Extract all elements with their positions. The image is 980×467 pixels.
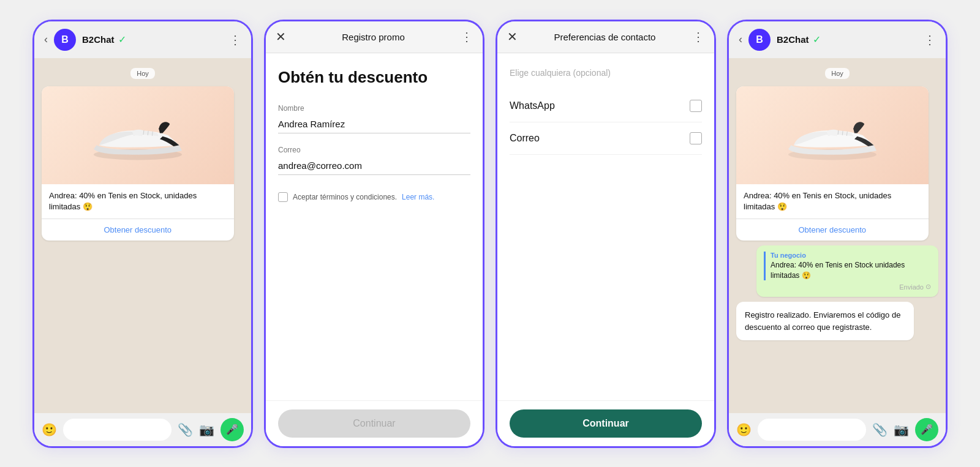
phone-1: ‹ B B2Chat ✓ ⋮ Hoy <box>32 20 253 448</box>
camera-icon[interactable]: 📷 <box>894 422 909 437</box>
name-label: Nombre <box>278 104 470 113</box>
more-icon[interactable]: ⋮ <box>692 29 704 44</box>
header-title: B2Chat <box>82 34 115 45</box>
form-header-title: Registro promo <box>342 32 405 42</box>
message-card: Andrea: 40% en Tenis en Stock, unidades … <box>736 86 929 241</box>
email-input[interactable] <box>278 157 470 175</box>
phones-container: ‹ B B2Chat ✓ ⋮ Hoy <box>32 20 948 448</box>
mic-icon: 🎤 <box>226 424 238 435</box>
message-button[interactable]: Obtener descuento <box>42 219 234 241</box>
chat-input-bar: 🙂 📎 📷 🎤 <box>34 413 251 446</box>
date-badge: Hoy <box>825 68 850 79</box>
date-badge: Hoy <box>130 68 155 79</box>
verified-icon: ✓ <box>118 34 126 45</box>
input-field[interactable] <box>63 419 172 441</box>
continue-button[interactable]: Continuar <box>278 409 470 438</box>
close-icon[interactable]: ✕ <box>507 29 518 44</box>
terms-checkbox[interactable] <box>278 192 288 202</box>
name-input[interactable] <box>278 115 470 133</box>
phone-3: ✕ Preferencias de contacto ⋮ Elige cualq… <box>496 20 716 448</box>
form-header: ✕ Registro promo ⋮ <box>266 21 483 53</box>
message-card: Andrea: 40% en Tenis en Stock, unidades … <box>42 86 234 241</box>
phone-2: ✕ Registro promo ⋮ Obtén tu descuento No… <box>264 20 484 448</box>
terms-row: Aceptar términos y condiciones. Leer más… <box>278 192 470 202</box>
pref-checkbox-correo[interactable] <box>690 132 702 144</box>
bubble-text: Andrea: 40% en Tenis en Stock unidades l… <box>771 260 931 281</box>
sent-label: Enviado ⊙ <box>764 283 931 291</box>
chat-body-4: Hoy <box>729 58 946 413</box>
reply-bubble: Registro realizado. Enviaremos el código… <box>736 302 914 340</box>
header-info: B2Chat ✓ <box>777 34 918 45</box>
pref-checkbox-whatsapp[interactable] <box>690 100 702 112</box>
message-button[interactable]: Obtener descuento <box>736 219 929 241</box>
camera-icon[interactable]: 📷 <box>199 422 214 437</box>
prefs-header: ✕ Preferencias de contacto ⋮ <box>497 21 714 53</box>
form-main-title: Obtén tu descuento <box>278 68 470 87</box>
mic-icon: 🎤 <box>921 424 933 435</box>
chat-header-4: ‹ B B2Chat ✓ ⋮ <box>729 21 946 58</box>
attach-icon[interactable]: 📎 <box>872 422 888 437</box>
message-text: Andrea: 40% en Tenis en Stock, unidades … <box>736 184 929 219</box>
mic-button[interactable]: 🎤 <box>221 418 244 441</box>
pref-row-correo: Correo <box>510 122 702 155</box>
prefs-title: Preferencias de contacto <box>554 32 656 42</box>
email-label: Correo <box>278 146 470 154</box>
input-field[interactable] <box>758 419 866 441</box>
chat-header-1: ‹ B B2Chat ✓ ⋮ <box>34 21 251 58</box>
back-icon[interactable]: ‹ <box>44 33 48 46</box>
chat-input-bar: 🙂 📎 📷 🎤 <box>729 413 946 446</box>
emoji-icon[interactable]: 🙂 <box>736 422 752 437</box>
terms-text: Aceptar términos y condiciones. <box>293 193 397 201</box>
continue-button[interactable]: Continuar <box>510 409 702 438</box>
pref-row-whatsapp: WhatsApp <box>510 90 702 122</box>
sneaker-image <box>42 86 234 184</box>
emoji-icon[interactable]: 🙂 <box>42 422 57 437</box>
verified-icon: ✓ <box>813 34 821 45</box>
pref-label-correo: Correo <box>510 133 540 144</box>
back-icon[interactable]: ‹ <box>739 33 742 46</box>
sent-bubble: Tu negocio Andrea: 40% en Tenis en Stock… <box>756 245 938 297</box>
prefs-body: Elige cualquiera (opcional) WhatsApp Cor… <box>497 53 714 400</box>
terms-link[interactable]: Leer más. <box>402 193 434 201</box>
bubble-label: Tu negocio <box>771 252 931 259</box>
form-body: Obtén tu descuento Nombre Correo Aceptar… <box>266 53 483 400</box>
avatar: B <box>54 29 76 51</box>
message-text: Andrea: 40% en Tenis en Stock, unidades … <box>42 184 234 219</box>
sneaker-image <box>736 86 929 184</box>
more-icon[interactable]: ⋮ <box>924 32 936 47</box>
more-icon[interactable]: ⋮ <box>461 29 473 44</box>
chat-body-1: Hoy <box>34 58 251 413</box>
header-title: B2Chat <box>777 34 809 45</box>
attach-icon[interactable]: 📎 <box>178 422 193 437</box>
form-footer: Continuar <box>266 400 483 446</box>
header-info: B2Chat ✓ <box>82 34 223 45</box>
close-icon[interactable]: ✕ <box>276 29 286 44</box>
more-icon[interactable]: ⋮ <box>229 32 241 47</box>
prefs-subtitle: Elige cualquiera (opcional) <box>510 68 702 78</box>
pref-label-whatsapp: WhatsApp <box>510 100 555 111</box>
phone-4: ‹ B B2Chat ✓ ⋮ Hoy <box>727 20 948 448</box>
prefs-footer: Continuar <box>497 400 714 446</box>
avatar: B <box>748 29 771 51</box>
mic-button[interactable]: 🎤 <box>915 418 938 441</box>
